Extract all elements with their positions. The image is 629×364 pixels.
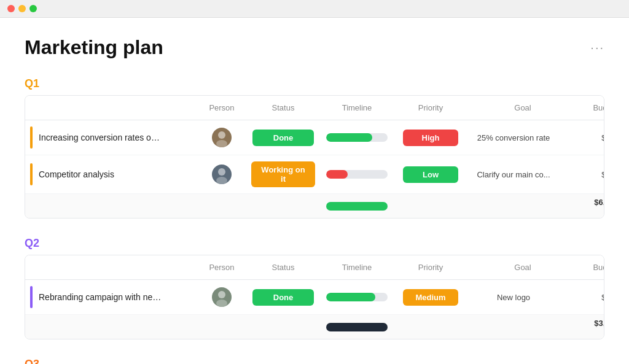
section-bar bbox=[30, 163, 33, 185]
task-cell: Increasing conversion rates on... bbox=[25, 126, 197, 149]
page-header: Marketing plan ··· bbox=[25, 36, 604, 59]
timeline-bar-container bbox=[326, 170, 388, 179]
header-cell-2: Status bbox=[246, 101, 320, 115]
timeline-fill bbox=[326, 170, 348, 179]
header-cell-0 bbox=[25, 101, 197, 115]
status-cell[interactable]: Done bbox=[246, 289, 320, 306]
priority-cell[interactable]: Medium bbox=[394, 289, 467, 306]
header-cell-6: Budget bbox=[578, 260, 604, 274]
header-cell-3: Timeline bbox=[320, 101, 394, 115]
avatar bbox=[212, 165, 232, 184]
section-bar bbox=[30, 286, 33, 308]
person-cell bbox=[197, 165, 246, 184]
status-cell[interactable]: Working on it bbox=[246, 161, 320, 187]
table-header-q1: PersonStatusTimelinePriorityGoalBudget bbox=[25, 96, 604, 120]
task-cell: Rebranding campaign with new... bbox=[25, 286, 197, 308]
sum-budget-value: $3,000 bbox=[594, 319, 604, 328]
priority-cell[interactable]: High bbox=[394, 130, 467, 146]
timeline-cell bbox=[320, 170, 394, 179]
section-q2: Q2PersonStatusTimelinePriorityGoalBudget… bbox=[25, 237, 604, 339]
header-cell-1: Person bbox=[197, 101, 246, 115]
priority-badge: Low bbox=[403, 166, 458, 183]
section-title-q2: Q2 bbox=[25, 237, 604, 250]
status-badge: Done bbox=[252, 289, 314, 306]
header-cell-5: Goal bbox=[467, 260, 578, 274]
timeline-cell bbox=[320, 293, 394, 301]
avatar bbox=[212, 287, 232, 307]
sum-timeline-cell bbox=[320, 323, 394, 331]
budget-cell: $1,200 bbox=[578, 170, 604, 179]
header-cell-3: Timeline bbox=[320, 260, 394, 274]
goal-cell: Clarify our main co... bbox=[467, 170, 560, 179]
timeline-fill bbox=[326, 293, 375, 301]
sum-row: $3,000sum bbox=[25, 315, 604, 339]
svg-point-2 bbox=[218, 168, 225, 176]
section-q1: Q1PersonStatusTimelinePriorityGoalBudget… bbox=[25, 77, 604, 219]
section-q3: Q3PersonStatusTimelinePriorityGoalBudget… bbox=[25, 358, 604, 364]
header-cell-6: Budget bbox=[578, 101, 604, 115]
status-cell[interactable]: Done bbox=[246, 130, 320, 146]
more-button[interactable]: ··· bbox=[590, 41, 604, 55]
window-chrome bbox=[0, 0, 629, 18]
sum-row: $6,200sum bbox=[25, 194, 604, 218]
svg-point-4 bbox=[218, 291, 225, 298]
sum-timeline-bar bbox=[326, 323, 388, 331]
header-cell-2: Status bbox=[246, 260, 320, 274]
maximize-dot[interactable] bbox=[29, 5, 37, 12]
page-title: Marketing plan bbox=[25, 36, 163, 59]
section-bar bbox=[30, 126, 33, 149]
header-cell-4: Priority bbox=[394, 101, 467, 115]
section-title-q1: Q1 bbox=[25, 77, 604, 90]
svg-point-1 bbox=[216, 140, 227, 147]
avatar bbox=[212, 128, 232, 147]
budget-cell: $3,000 bbox=[578, 293, 604, 302]
header-cell-4: Priority bbox=[394, 260, 467, 274]
sum-timeline-cell bbox=[320, 202, 394, 211]
svg-point-3 bbox=[216, 177, 227, 184]
task-cell: Competitor analysis bbox=[25, 163, 197, 185]
section-title-q3: Q3 bbox=[25, 358, 604, 364]
close-dot[interactable] bbox=[7, 5, 15, 12]
sum-budget-wrapper: $3,000sum bbox=[578, 319, 604, 335]
header-cell-0 bbox=[25, 260, 197, 274]
sum-timeline-bar bbox=[326, 202, 388, 211]
priority-cell[interactable]: Low bbox=[394, 166, 467, 183]
timeline-fill bbox=[326, 133, 372, 142]
table-row-1: Competitor analysisWorking on itLowClari… bbox=[25, 155, 604, 194]
header-cell-5: Goal bbox=[467, 101, 578, 115]
main-content: Marketing plan ··· Q1PersonStatusTimelin… bbox=[0, 18, 629, 364]
sum-budget-wrapper: $6,200sum bbox=[578, 198, 604, 214]
sum-budget-value: $6,200 bbox=[594, 198, 604, 207]
task-name: Increasing conversion rates on... bbox=[39, 133, 162, 142]
task-name: Rebranding campaign with new... bbox=[39, 292, 162, 302]
status-badge: Working on it bbox=[251, 161, 315, 187]
status-badge: Done bbox=[252, 130, 314, 146]
minimize-dot[interactable] bbox=[18, 5, 26, 12]
person-cell bbox=[197, 287, 246, 307]
table-header-q2: PersonStatusTimelinePriorityGoalBudget bbox=[25, 255, 604, 280]
timeline-bar-container bbox=[326, 133, 388, 142]
timeline-cell bbox=[320, 133, 394, 142]
budget-cell: $5,000 bbox=[578, 133, 604, 142]
svg-point-0 bbox=[218, 131, 225, 139]
table-row-0: Rebranding campaign with new...DoneMediu… bbox=[25, 280, 604, 315]
sections-container: Q1PersonStatusTimelinePriorityGoalBudget… bbox=[25, 77, 604, 364]
priority-badge: Medium bbox=[403, 289, 458, 306]
goal-cell: New logo bbox=[467, 293, 560, 302]
table-q2: PersonStatusTimelinePriorityGoalBudgetRe… bbox=[25, 255, 604, 339]
table-q1: PersonStatusTimelinePriorityGoalBudgetIn… bbox=[25, 95, 604, 219]
table-row-0: Increasing conversion rates on...DoneHig… bbox=[25, 120, 604, 155]
goal-cell: 25% conversion rate bbox=[467, 133, 560, 142]
person-cell bbox=[197, 128, 246, 147]
header-cell-1: Person bbox=[197, 260, 246, 274]
priority-badge: High bbox=[403, 130, 458, 146]
timeline-bar-container bbox=[326, 293, 388, 301]
svg-point-5 bbox=[216, 300, 227, 307]
task-name: Competitor analysis bbox=[39, 169, 114, 179]
